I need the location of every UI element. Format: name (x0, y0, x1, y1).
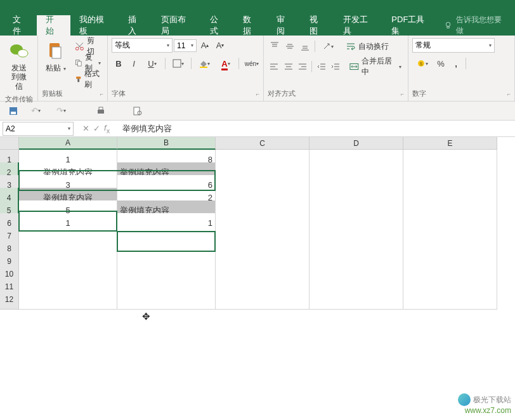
menu-home[interactable]: 开始 (37, 15, 70, 36)
menu-insert[interactable]: 插入 (119, 15, 152, 36)
align-top-button[interactable] (268, 39, 282, 53)
border-button[interactable]: ▾ (168, 56, 188, 70)
percent-button[interactable]: % (434, 56, 448, 70)
send-wechat-button[interactable]: 发送 到微信 (4, 38, 34, 93)
bucket-icon (199, 59, 207, 68)
formula-input[interactable]: 举例填充内容 (117, 123, 515, 135)
decrease-font-icon[interactable]: A▾ (213, 39, 227, 53)
align-left-icon (270, 62, 278, 71)
name-box[interactable]: A2▾ (3, 122, 74, 136)
number-format-select[interactable]: 常规▾ (412, 38, 495, 53)
save-button[interactable] (6, 104, 20, 118)
align-bottom-button[interactable] (298, 39, 312, 53)
enter-formula-button[interactable]: ✓ (93, 124, 100, 133)
undo-button[interactable]: ↶▾ (25, 104, 46, 118)
svg-rect-18 (11, 112, 16, 114)
cell-A12[interactable] (19, 289, 117, 310)
col-header-B[interactable]: B (117, 137, 216, 150)
align-center-button[interactable] (282, 60, 294, 74)
orientation-icon (322, 42, 331, 51)
cell-C12[interactable] (216, 289, 310, 310)
preview-icon (133, 106, 143, 116)
brush-icon (75, 74, 82, 84)
menu-review[interactable]: 审阅 (268, 15, 301, 36)
increase-font-icon[interactable]: A▴ (198, 39, 212, 53)
currency-icon: $ (417, 59, 426, 68)
align-middle-button[interactable] (283, 39, 297, 53)
border-icon (173, 59, 181, 68)
copy-icon (75, 58, 82, 68)
font-color-button[interactable]: A▾ (216, 56, 236, 70)
menu-bar: 文件 开始 我的模板 插入 页面布局 公式 数据 审阅 视图 开发工具 PDF工… (0, 0, 515, 36)
decrease-indent-button[interactable] (315, 60, 327, 74)
accounting-format-button[interactable]: $▾ (412, 56, 433, 70)
col-header-D[interactable]: D (310, 137, 403, 150)
bulb-icon (444, 21, 452, 30)
svg-rect-13 (200, 67, 207, 68)
cell-E12[interactable] (403, 289, 497, 310)
col-header-C[interactable]: C (216, 137, 310, 150)
svg-point-7 (81, 47, 84, 50)
svg-rect-10 (76, 77, 81, 79)
wrap-icon (346, 41, 356, 51)
align-top-icon (270, 42, 279, 51)
format-painter-button[interactable]: 格式刷 (72, 71, 103, 88)
svg-point-0 (447, 22, 451, 27)
menu-layout[interactable]: 页面布局 (152, 15, 201, 36)
align-center-icon (284, 62, 293, 71)
indent-icon (331, 62, 340, 71)
ribbon: 发送 到微信 文件传输 粘贴 ▾ 剪切 复制 ▾ (0, 36, 515, 102)
cancel-formula-button[interactable]: ✕ (82, 124, 89, 133)
paste-icon (46, 41, 66, 61)
comma-button[interactable]: , (449, 56, 463, 70)
cell-B12[interactable] (117, 289, 216, 310)
bold-button[interactable]: B (112, 56, 126, 70)
tell-me[interactable]: 告诉我您想要做 (439, 15, 511, 36)
cell-D12[interactable] (310, 289, 403, 310)
group-font: 等线▾ 11▾ A▴ A▾ B I U▾ ▾ ▾ A▾ wén▾ 字体⌐ (108, 36, 264, 101)
fill-color-button[interactable]: ▾ (194, 56, 214, 70)
select-all-corner[interactable] (0, 137, 19, 150)
svg-text:$: $ (420, 61, 423, 67)
group-clipboard: 粘贴 ▾ 剪切 复制 ▾ 格式刷 剪贴板⌐ (38, 36, 108, 101)
font-size-select[interactable]: 11▾ (174, 39, 197, 52)
paste-button[interactable]: 粘贴 ▾ (42, 38, 70, 75)
redo-button[interactable]: ↷▾ (51, 104, 71, 118)
print-icon (96, 106, 106, 116)
merge-center-button[interactable]: 合并后居中 ▾ (347, 58, 404, 75)
svg-rect-9 (77, 62, 81, 66)
outdent-icon (317, 62, 326, 71)
orientation-button[interactable]: ▾ (318, 39, 338, 53)
menu-pdf[interactable]: PDF工具集 (382, 15, 439, 36)
watermark: 极光下载站 www.xz7.com (458, 393, 511, 416)
svg-rect-20 (99, 107, 103, 110)
phonetic-button[interactable]: wén▾ (242, 56, 262, 70)
col-header-A[interactable]: A (19, 137, 117, 150)
align-right-button[interactable] (296, 60, 309, 74)
save-icon (8, 106, 18, 116)
menu-data[interactable]: 数据 (234, 15, 267, 36)
menu-view[interactable]: 视图 (301, 15, 334, 36)
wrap-text-button[interactable]: 自动换行 (343, 38, 391, 55)
align-bottom-icon (301, 42, 310, 51)
menu-dev[interactable]: 开发工具 (334, 15, 383, 36)
preview-button[interactable] (131, 104, 145, 118)
italic-button[interactable]: I (127, 56, 141, 70)
cursor-icon: ✥ (142, 311, 150, 322)
col-header-E[interactable]: E (403, 137, 497, 150)
menu-templates[interactable]: 我的模板 (70, 15, 119, 36)
menu-formula[interactable]: 公式 (201, 15, 234, 36)
print-button[interactable] (94, 104, 108, 118)
align-middle-icon (285, 42, 294, 51)
formula-bar: A2▾ ✕ ✓ fx 举例填充内容 (0, 121, 515, 137)
fx-button[interactable]: fx (104, 123, 110, 135)
menu-file[interactable]: 文件 (4, 15, 37, 36)
svg-rect-19 (98, 110, 104, 114)
worksheet-grid[interactable]: A B C D E 1 1 8 2 举例填充内容 举例填充内容 3 3 6 4 … (0, 137, 515, 302)
underline-button[interactable]: U▾ (142, 56, 162, 70)
row-header-12[interactable]: 12 (0, 289, 19, 310)
align-left-button[interactable] (268, 60, 280, 74)
font-name-select[interactable]: 等线▾ (112, 38, 173, 53)
increase-indent-button[interactable] (329, 60, 342, 74)
group-number: 常规▾ $▾ % , 数字⌐ (408, 36, 515, 101)
